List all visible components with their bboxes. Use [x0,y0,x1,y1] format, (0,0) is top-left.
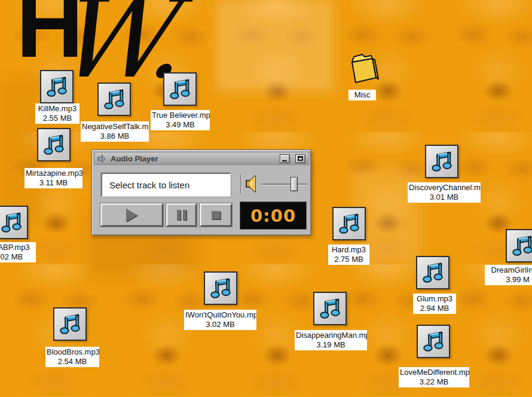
music-note-icon [41,132,67,158]
minimize-button[interactable] [280,154,290,163]
mp3-file-icon-DreamGirlInShi[interactable] [506,229,532,262]
file-label-IWon'tQuitOnYou.mp3[interactable]: IWon'tQuitOnYou.mp33.02 MB [184,310,256,330]
file-label-DisappearingMan.mp3[interactable]: DisappearingMan.mp33.19 MB [295,330,367,350]
maximize-button[interactable] [295,154,305,163]
file-size: 3.02 MB [185,320,255,329]
music-note-icon [101,86,127,112]
minimize-icon [282,160,287,161]
music-note-icon [0,209,25,236]
wallpaper-patch [0,78,42,221]
file-label-DiscoveryChannel.mp3[interactable]: DiscoveryChannel.mp33.01 MB [408,182,481,203]
file-label-BloodBros.mp3[interactable]: BloodBros.mp32.54 MB [45,347,99,367]
music-note-icon [167,76,193,102]
mp3-file-icon-KillMe.mp3[interactable] [40,70,74,103]
file-name: Hard.mp3 [329,245,368,255]
mp3-file-icon-Glum.mp3[interactable] [416,256,450,289]
file-size: 2.75 MB [329,255,368,264]
file-size: 3.86 MB [82,132,148,141]
play-button[interactable] [100,203,163,227]
file-size: 2.94 MB [414,304,455,313]
file-size: 3.49 MB [152,120,209,130]
file-size: 2.55 MB [36,114,78,123]
file-name: DAABP.mp3 [0,243,35,252]
file-name: BloodBros.mp3 [47,347,98,357]
file-size: 3.19 MB [296,340,366,350]
file-name: Mirtazapine.mp3 [26,169,81,178]
mp3-file-icon-NegativeSelfTalk.mp3[interactable] [97,83,131,116]
file-name: Misc [350,90,375,100]
folder-icon [345,50,380,88]
file-label-Glum.mp3[interactable]: Glum.mp32.94 MB [413,294,456,314]
file-label-Mirtazapine.mp3[interactable]: Mirtazapine.mp33.11 MB [25,168,82,188]
stop-icon [212,211,221,219]
track-field[interactable]: Select track to listen [101,173,231,197]
mp3-file-icon-LoveMeDifferent.mp3[interactable] [417,325,450,358]
speaker-icon [97,154,106,163]
mp3-file-icon-IWon'tQuitOnYou.mp3[interactable] [204,271,237,305]
file-size: 3.99 M [486,275,532,285]
music-note-icon [317,295,343,322]
divider [240,174,242,194]
music-note-icon [509,233,532,259]
pause-button[interactable] [166,203,197,227]
maximize-icon [298,156,303,161]
mp3-file-icon-DAABP.mp3[interactable] [0,206,28,239]
mp3-file-icon-Hard.mp3[interactable] [332,207,366,240]
audio-player-window: Audio Player Select track to listen 0:00 [91,149,311,236]
file-label-DreamGirlInShi[interactable]: DreamGirlInShi3.99 M [485,265,532,285]
file-name: LoveMeDifferent.mp3 [400,368,468,377]
volume-slider-thumb[interactable] [291,177,298,191]
music-note-icon [429,148,455,175]
music-note-icon [44,74,70,100]
file-label-Hard.mp3[interactable]: Hard.mp32.75 MB [328,245,369,265]
file-name: IWon'tQuitOnYou.mp3 [185,310,255,320]
time-display: 0:00 [240,201,307,230]
music-note-icon [420,259,446,286]
file-label-KillMe.mp3[interactable]: KillMe.mp32.55 MB [35,103,80,124]
file-name: Glum.mp3 [414,294,455,304]
play-icon [126,209,137,222]
window-title: Audio Player [111,154,274,163]
wallpaper-patch [216,0,334,91]
file-size: 2.54 MB [47,357,98,367]
music-note-icon [420,328,447,355]
time-text: 0:00 [250,206,296,226]
file-name: DisappearingMan.mp3 [296,331,366,340]
volume-speaker-icon[interactable] [245,174,259,196]
mp3-file-icon-True Believer.mp3[interactable] [163,72,197,106]
file-label-NegativeSelfTalk.mp3[interactable]: NegativeSelfTalk.mp33.86 MB [81,121,149,142]
desktop: { "logo": { "h": "H", "w": "W." }, "colo… [0,0,532,397]
mp3-file-icon-Mirtazapine.mp3[interactable] [37,128,71,161]
file-label-Misc[interactable]: Misc [348,90,376,100]
file-name: DiscoveryChannel.mp3 [409,183,479,193]
mp3-file-icon-DisappearingMan.mp3[interactable] [313,292,347,325]
mp3-file-icon-DiscoveryChannel.mp3[interactable] [425,145,458,178]
file-size: 3.22 MB [400,377,468,387]
stop-button[interactable] [200,203,232,227]
file-name: DreamGirlInShi [486,265,532,275]
file-label-DAABP.mp3[interactable]: DAABP.mp33.02 MB [0,242,36,262]
music-note-icon [57,311,83,337]
file-name: NegativeSelfTalk.mp3 [82,122,148,132]
titlebar[interactable]: Audio Player [94,152,309,165]
file-name: True Believer.mp3 [152,111,209,120]
file-size: 3.01 MB [409,193,479,202]
file-label-LoveMeDifferent.mp3[interactable]: LoveMeDifferent.mp33.22 MB [399,367,469,387]
mp3-file-icon-BloodBros.mp3[interactable] [53,307,87,341]
pause-icon [177,210,181,220]
folder-icon-Misc[interactable] [345,50,380,88]
file-size: 3.11 MB [26,178,81,188]
file-name: KillMe.mp3 [36,104,78,114]
volume-slider[interactable] [261,184,308,185]
file-size: 3.02 MB [0,252,35,262]
music-note-icon [207,275,234,301]
music-note-icon [336,210,362,237]
file-label-True Believer.mp3[interactable]: True Believer.mp33.49 MB [151,110,210,130]
